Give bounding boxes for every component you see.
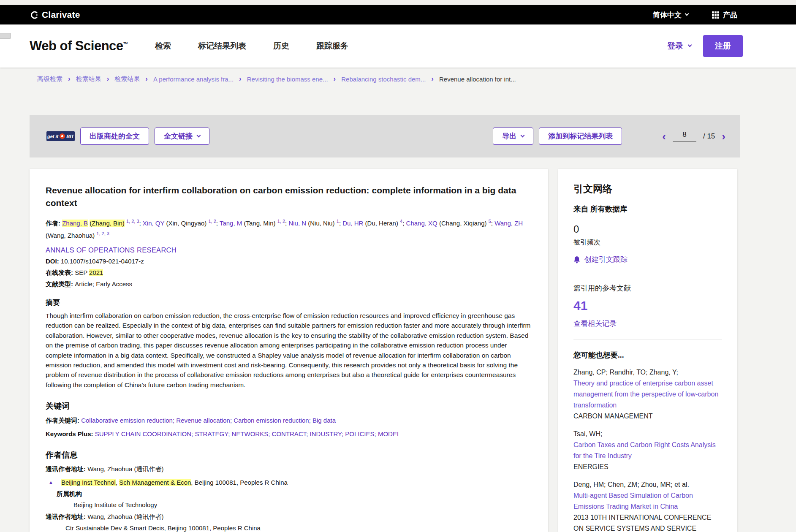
abstract-text: Though interfirm collaboration on carbon… [46, 311, 531, 390]
clarivate-logo[interactable]: Clarivate [30, 10, 80, 20]
keyword-link[interactable]: Big data [312, 417, 336, 424]
address-text: , [116, 479, 119, 486]
address-text: , Beijing 100081, Peoples R China [191, 479, 288, 486]
nav-item-2[interactable]: 标记结果列表 [198, 41, 246, 52]
address-text: Sch Management & Econ [119, 479, 191, 486]
keyword-separator: ; [306, 430, 310, 437]
breadcrumb-link[interactable]: 检索结果 [114, 75, 140, 83]
keyword-link[interactable]: Carbon emission reduction [234, 417, 309, 424]
author-link[interactable]: Wang, ZH [494, 220, 523, 227]
keyword-link[interactable]: Revenue allocation [176, 417, 230, 424]
author-fullname: (Tang, Min) [244, 220, 275, 227]
author-separator: ; [216, 220, 220, 227]
author-info-heading: 作者信息 [46, 450, 531, 461]
journal-link[interactable]: ANNALS OF OPERATIONS RESEARCH [46, 246, 177, 254]
language-selector[interactable]: 简体中文 [653, 10, 688, 20]
recommendation-venue: CARBON MANAGEMENT [573, 411, 722, 422]
keyword-link[interactable]: Collaborative emission reduction [81, 417, 173, 424]
nav-item-3[interactable]: 历史 [273, 41, 289, 52]
breadcrumb-link[interactable]: A performance analysis fra... [153, 76, 234, 83]
create-citation-alert-link[interactable]: 创建引文跟踪 [573, 255, 722, 264]
sign-in-button[interactable]: 登录 [667, 41, 691, 52]
author-link[interactable]: Du, HR [342, 220, 363, 227]
author-fullname: (Niu, Niu) [308, 220, 334, 227]
toolbar-left-group: get it BIT 出版商处的全文 全文链接 [46, 128, 209, 145]
keyword-link[interactable]: INDUSTRY [310, 430, 342, 437]
view-related-records-link[interactable]: 查看相关记录 [573, 319, 617, 328]
breadcrumb-current: Revenue allocation for int... [439, 76, 516, 83]
author-link[interactable]: Tang, M [220, 220, 242, 227]
export-button[interactable]: 导出 [493, 128, 533, 145]
nav-item-1[interactable]: 检索 [155, 41, 171, 52]
authors-label: 作者: [46, 220, 60, 227]
keyword-link[interactable]: SUPPLY CHAIN COORDINATION [95, 430, 191, 437]
keywords-heading: 关键词 [46, 401, 531, 412]
author-info-rows: 通讯作者地址: Wang, Zhaohua (通讯作者)▲Beijing Ins… [46, 464, 531, 532]
nav-item-4[interactable]: 跟踪服务 [316, 41, 348, 52]
side-panel-handle[interactable] [0, 33, 11, 39]
main-nav: 检索标记结果列表历史跟踪服务 [155, 41, 348, 52]
create-citation-alert-label: 创建引文跟踪 [584, 255, 628, 264]
cited-references-label: 篇引用的参考文献 [573, 283, 722, 293]
author-fullname: (Zhang, Bin) [90, 220, 125, 227]
record-main-card: Revenue allocation for interfirm collabo… [30, 169, 548, 532]
register-button[interactable]: 注册 [703, 35, 743, 57]
published-year-highlighted: 2021 [89, 269, 103, 276]
breadcrumb-link[interactable]: Revisiting the biomass ene... [247, 76, 328, 83]
keyword-link[interactable]: CONTRACT [272, 430, 307, 437]
wos-trademark: ™ [123, 41, 128, 47]
add-to-marked-list-button[interactable]: 添加到标记结果列表 [539, 128, 622, 145]
author-link[interactable]: Zhang, B [62, 220, 88, 227]
fulltext-links-button[interactable]: 全文链接 [155, 128, 209, 145]
times-cited-count: 0 [573, 223, 722, 235]
breadcrumb-link[interactable]: 检索结果 [76, 75, 101, 83]
get-it-bit-button[interactable]: get it BIT [46, 131, 75, 141]
doi-value: 10.1007/s10479-021-04017-z [61, 258, 144, 265]
corresponding-author-value: Wang, Zhaohua (通讯作者) [87, 513, 163, 520]
wos-logo[interactable]: Web of Science™ [30, 38, 128, 54]
chevron-down-icon [521, 133, 525, 137]
breadcrumb-link[interactable]: Rebalancing stochastic dem... [341, 76, 426, 83]
author-link[interactable]: Xin, QY [143, 220, 164, 227]
divider [573, 275, 722, 275]
recommendation-authors: Tsai, WH; [573, 429, 722, 440]
keywords-plus-line: Keywords Plus: SUPPLY CHAIN COORDINATION… [46, 429, 531, 439]
record-toolbar: get it BIT 出版商处的全文 全文链接 导出 添加到标记结果列表 ‹ /… [30, 115, 740, 157]
collapse-triangle-icon[interactable]: ▲ [49, 480, 53, 485]
author-address-line: ▲Beijing Inst Technol, Sch Management & … [46, 478, 531, 487]
previous-record-button[interactable]: ‹ [662, 132, 666, 141]
wos-logo-text: Web of Science [30, 38, 123, 53]
fulltext-publisher-button[interactable]: 出版商处的全文 [80, 128, 149, 145]
keyword-link[interactable]: POLICIES [345, 430, 374, 437]
keyword-separator: ; [268, 430, 272, 437]
get-it-bit-label: BIT [66, 134, 74, 139]
page-number-input[interactable] [673, 130, 696, 142]
recommendation-title-link[interactable]: Carbon Taxes and Carbon Right Costs Anal… [573, 440, 722, 461]
export-label: 导出 [502, 131, 516, 141]
chevron-right-icon: › [145, 75, 148, 83]
keyword-link[interactable]: STRATEGY [195, 430, 228, 437]
author-link[interactable]: Chang, XQ [406, 220, 437, 227]
affiliation-label: 所属机构 [46, 490, 531, 498]
breadcrumb: 高级检索›检索结果›检索结果›A performance analysis fr… [37, 75, 516, 83]
keyword-separator: ; [309, 417, 312, 424]
breadcrumb-link[interactable]: 高级检索 [37, 75, 62, 83]
products-button[interactable]: 产品 [712, 10, 737, 20]
chevron-right-icon: › [68, 75, 71, 83]
recommendation-venue: 2013 10TH INTERNATIONAL CONFERENCE ON SE… [573, 512, 722, 532]
citation-network-heading: 引文网络 [573, 182, 722, 195]
author-link[interactable]: Niu, N [288, 220, 306, 227]
abstract-heading: 摘要 [46, 298, 531, 307]
keyword-link[interactable]: NETWORKS [232, 430, 269, 437]
author-separator: ; [402, 220, 406, 227]
recommendation-title-link[interactable]: Multi-agent Based Simulation of Carbon E… [573, 490, 722, 512]
author-affiliation-superscript: 1, 2 [277, 219, 285, 224]
next-record-button[interactable]: › [722, 132, 725, 141]
corresponding-author-label: 通讯作者地址: [46, 513, 86, 520]
corresponding-author-label: 通讯作者地址: [46, 465, 86, 472]
keyword-separator: ; [228, 430, 231, 437]
recommendation-item: Deng, HM; Chen, ZM; Zhou, MR; et al.Mult… [573, 479, 722, 532]
recommendation-title-link[interactable]: Theory and practice of enterprise carbon… [573, 378, 722, 411]
keyword-separator: ; [375, 430, 378, 437]
keyword-link[interactable]: MODEL [378, 430, 400, 437]
